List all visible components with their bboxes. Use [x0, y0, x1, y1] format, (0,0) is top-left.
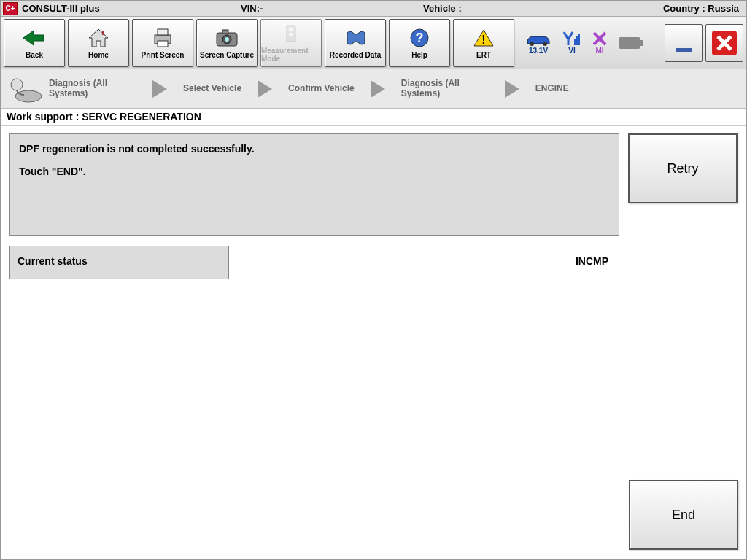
svg-rect-16	[574, 39, 576, 45]
chevron-right-icon	[152, 80, 167, 98]
main-toolbar: Back Home Print Screen Screen Capture Me…	[1, 17, 746, 69]
country-label: Country : Russia	[663, 3, 746, 14]
screen-capture-button[interactable]: Screen Capture	[196, 19, 258, 67]
minimize-icon	[671, 31, 696, 55]
svg-point-6	[225, 37, 229, 42]
svg-rect-18	[578, 34, 580, 45]
end-button[interactable]: End	[629, 480, 738, 550]
title-bar: C+ CONSULT-III plus VIN:- Vehicle : Coun…	[1, 1, 746, 17]
help-button[interactable]: ? Help	[389, 19, 450, 67]
retry-button[interactable]: Retry	[628, 133, 738, 203]
breadcrumb-step-5[interactable]: ENGINE	[535, 84, 569, 94]
svg-point-14	[530, 42, 534, 46]
breadcrumb-step-4[interactable]: Diagnosis (All Systems)	[401, 79, 489, 99]
chevron-right-icon	[371, 80, 385, 98]
capture-label: Screen Capture	[200, 51, 254, 59]
back-button[interactable]: Back	[4, 19, 65, 67]
svg-rect-9	[289, 28, 293, 31]
help-label: Help	[411, 51, 427, 59]
print-screen-button[interactable]: Print Screen	[132, 19, 193, 67]
svg-rect-0	[102, 31, 104, 35]
vin-label: VIN:-	[241, 3, 423, 14]
svg-rect-10	[289, 33, 293, 36]
message-box: DPF regeneration is not completed succes…	[9, 133, 619, 236]
page-subtitle: Work support : SERVC REGENERATION	[1, 109, 746, 126]
diagnosis-icon	[5, 73, 44, 105]
printer-icon	[150, 27, 175, 49]
chevron-right-icon	[505, 80, 519, 98]
svg-point-23	[15, 90, 42, 102]
voltage-indicator: 13.1V	[525, 31, 552, 55]
home-icon	[86, 27, 111, 49]
ert-button[interactable]: ! ERT	[453, 19, 514, 67]
measurement-icon	[279, 23, 303, 44]
svg-rect-2	[158, 29, 168, 35]
minimize-button[interactable]	[665, 24, 703, 62]
content-area: DPF regeneration is not completed succes…	[1, 126, 746, 287]
recorded-data-button[interactable]: Recorded Data	[325, 19, 386, 67]
breadcrumb-step-3[interactable]: Confirm Vehicle	[288, 84, 355, 94]
chevron-right-icon	[258, 80, 272, 98]
svg-rect-17	[576, 36, 578, 45]
close-icon	[711, 29, 738, 57]
svg-rect-20	[640, 40, 643, 46]
svg-rect-19	[619, 37, 640, 49]
help-icon: ?	[407, 27, 432, 49]
breadcrumb-step-1[interactable]: Diagnosis (All Systems)	[49, 79, 136, 99]
ert-label: ERT	[476, 51, 491, 59]
breadcrumb-step-2[interactable]: Select Vehicle	[183, 84, 241, 94]
signal-icon	[562, 31, 581, 47]
battery-indicator	[618, 36, 644, 50]
svg-point-15	[543, 42, 547, 46]
measurement-label: Measurement Mode	[261, 47, 321, 63]
recorded-data-icon	[343, 27, 368, 49]
home-button[interactable]: Home	[68, 19, 129, 67]
message-line-1: DPF regeneration is not completed succes…	[19, 141, 610, 157]
ert-warning-icon: !	[471, 27, 496, 49]
svg-rect-21	[676, 48, 692, 52]
car-icon	[525, 31, 552, 47]
battery-icon	[618, 36, 644, 50]
camera-icon	[214, 27, 239, 49]
vehicle-label: Vehicle :	[423, 3, 642, 14]
app-logo-icon: C+	[3, 2, 18, 15]
home-label: Home	[88, 51, 109, 59]
breadcrumb-bar: Diagnosis (All Systems) Select Vehicle C…	[1, 69, 746, 109]
svg-rect-3	[158, 41, 168, 47]
message-line-2: Touch "END".	[19, 164, 610, 179]
svg-point-24	[11, 79, 23, 90]
mi-indicator: MI	[592, 31, 608, 55]
back-arrow-icon	[22, 27, 47, 49]
vi-label: VI	[568, 47, 575, 55]
svg-text:!: !	[481, 34, 485, 46]
app-name: CONSULT-III plus	[22, 3, 241, 14]
vi-indicator: VI	[562, 31, 581, 55]
recorded-label: Recorded Data	[330, 51, 382, 59]
print-label: Print Screen	[142, 51, 185, 59]
status-indicators: 13.1V VI MI	[525, 31, 644, 55]
svg-rect-7	[222, 30, 228, 34]
measurement-mode-button: Measurement Mode	[260, 19, 322, 67]
back-label: Back	[26, 51, 43, 59]
svg-text:?: ?	[416, 31, 424, 45]
status-value: INCMP	[229, 246, 619, 279]
status-row: Current status INCMP	[9, 246, 619, 279]
voltage-value: 13.1V	[529, 47, 548, 55]
x-icon	[592, 31, 608, 47]
mi-label: MI	[595, 47, 603, 55]
close-button[interactable]	[705, 24, 743, 62]
status-label: Current status	[10, 246, 229, 279]
